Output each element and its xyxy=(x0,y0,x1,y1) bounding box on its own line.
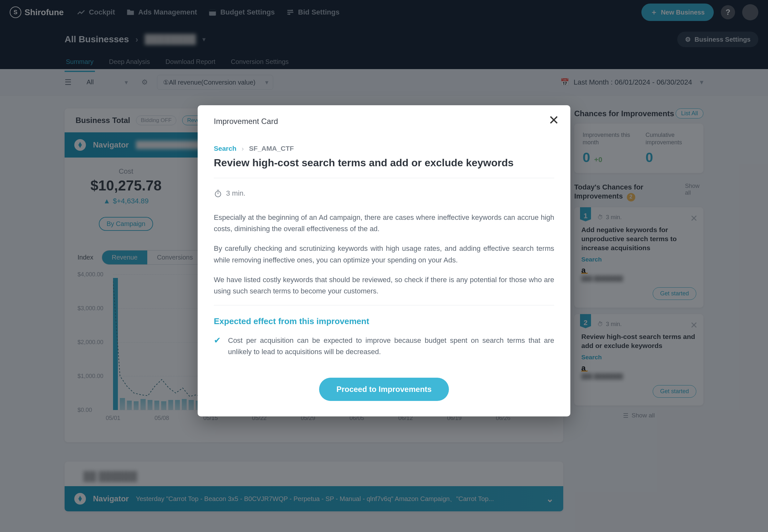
check-icon: ✔ xyxy=(214,335,221,345)
divider xyxy=(214,305,554,305)
modal-overlay[interactable]: ✕ Improvement Card Search › SF_AMA_CTF R… xyxy=(0,0,768,532)
effect-row: ✔ Cost per acquisition can be expected t… xyxy=(214,335,554,357)
modal-p3: We have listed costly keywords that shou… xyxy=(214,274,554,297)
modal-crumb-name: SF_AMA_CTF xyxy=(249,145,294,152)
effect-text: Cost per acquisition can be expected to … xyxy=(228,335,554,357)
modal-p2: By carefully checking and scrutinizing k… xyxy=(214,243,554,265)
modal-p1: Especially at the beginning of an Ad cam… xyxy=(214,212,554,234)
improvement-modal: ✕ Improvement Card Search › SF_AMA_CTF R… xyxy=(198,105,570,416)
divider xyxy=(214,178,554,178)
proceed-button[interactable]: Proceed to Improvements xyxy=(319,378,449,401)
modal-duration-text: 3 min. xyxy=(226,189,245,198)
modal-title: Review high-cost search terms and add or… xyxy=(214,157,554,169)
modal-crumb-search[interactable]: Search xyxy=(214,145,236,152)
chevron-right-icon: › xyxy=(241,145,244,152)
close-icon[interactable]: ✕ xyxy=(548,114,559,127)
modal-duration: 3 min. xyxy=(214,189,554,198)
modal-card-title: Improvement Card xyxy=(214,117,554,126)
expected-heading: Expected effect from this improvement xyxy=(214,316,554,326)
stopwatch-icon xyxy=(214,189,222,198)
modal-breadcrumb: Search › SF_AMA_CTF xyxy=(214,145,554,152)
